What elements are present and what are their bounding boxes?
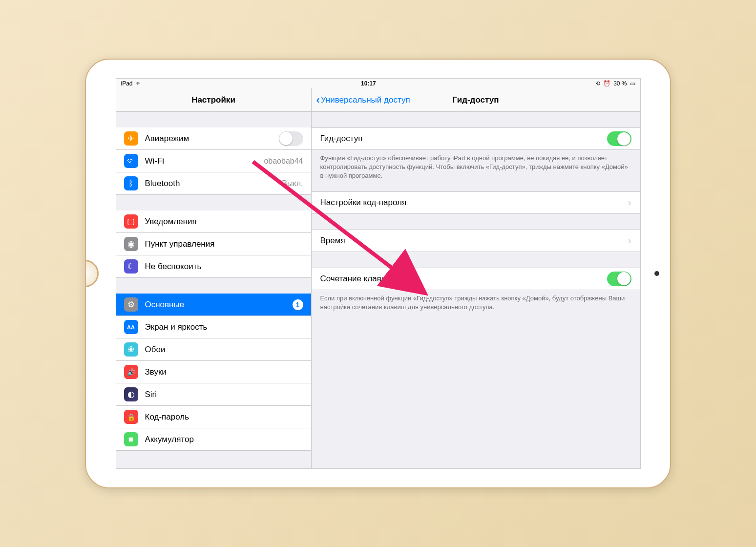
- front-camera: [654, 271, 659, 276]
- settings-sidebar: Настройки ✈ Авиарежим ᯤ Wi-Fi obaobab44 …: [116, 88, 312, 468]
- speaker-icon: 🔊: [124, 365, 138, 379]
- siri-icon: ◐: [124, 387, 138, 401]
- airplane-icon: ✈: [124, 131, 138, 146]
- status-bar: iPad ᯤ 10:17 ⟲ ⏰ 30 % ▭: [116, 79, 640, 88]
- sidebar-item-airplane[interactable]: ✈ Авиарежим: [116, 127, 311, 150]
- lock-icon: 🔒: [124, 410, 138, 424]
- guided-access-row[interactable]: Гид-доступ: [312, 127, 640, 150]
- chevron-right-icon: ›: [628, 197, 631, 208]
- badge: 1: [293, 299, 303, 310]
- ipad-frame: iPad ᯤ 10:17 ⟲ ⏰ 30 % ▭ Настройки ✈ Авиа…: [85, 59, 671, 488]
- gear-icon: ⚙: [124, 297, 138, 312]
- shortcut-toggle[interactable]: [607, 272, 631, 286]
- notifications-icon: ▢: [124, 214, 138, 229]
- sidebar-item-general[interactable]: ⚙ Основные 1: [116, 294, 311, 316]
- guided-access-toggle[interactable]: [607, 131, 631, 146]
- sidebar-item-notifications[interactable]: ▢ Уведомления: [116, 210, 311, 233]
- alarm-icon: ⏰: [603, 80, 610, 87]
- sidebar-item-bluetooth[interactable]: ᛒ Bluetooth Выкл.: [116, 172, 311, 195]
- home-button[interactable]: [85, 260, 99, 287]
- sidebar-item-control-center[interactable]: ◉ Пункт управления: [116, 233, 311, 255]
- sidebar-title: Настройки: [116, 88, 311, 112]
- chevron-right-icon: ›: [628, 235, 631, 246]
- back-button[interactable]: ‹ Универсальный доступ: [316, 94, 410, 106]
- main-panel: ‹ Универсальный доступ Гид-доступ Гид-до…: [312, 88, 640, 468]
- device-label: iPad: [121, 80, 133, 87]
- orientation-lock-icon: ⟲: [595, 80, 600, 87]
- wallpaper-icon: ❀: [124, 342, 138, 357]
- sidebar-item-passcode[interactable]: 🔒 Код-пароль: [116, 406, 311, 428]
- shortcut-row[interactable]: Сочетание клавиш: [312, 268, 640, 290]
- battery-percent: 30 %: [613, 80, 627, 87]
- wifi-icon: ᯤ: [136, 80, 142, 87]
- guided-access-footer: Функция «Гид-доступ» обеспечивает работу…: [312, 150, 640, 185]
- display-icon: AA: [124, 320, 138, 334]
- sidebar-item-battery[interactable]: ■ Аккумулятор: [116, 428, 311, 451]
- moon-icon: ☾: [124, 259, 138, 274]
- chevron-left-icon: ‹: [316, 94, 320, 106]
- battery-icon: ■: [124, 432, 138, 446]
- battery-icon: ▭: [630, 80, 635, 87]
- status-time: 10:17: [361, 80, 376, 87]
- screen: iPad ᯤ 10:17 ⟲ ⏰ 30 % ▭ Настройки ✈ Авиа…: [116, 78, 641, 469]
- shortcut-footer: Если при включенной функции «Гид-доступ»…: [312, 290, 640, 316]
- passcode-settings-row[interactable]: Настройки код-пароля ›: [312, 191, 640, 214]
- sidebar-item-display[interactable]: AA Экран и яркость: [116, 316, 311, 338]
- sidebar-item-sounds[interactable]: 🔊 Звуки: [116, 361, 311, 383]
- sidebar-item-wallpaper[interactable]: ❀ Обои: [116, 338, 311, 361]
- time-row[interactable]: Время ›: [312, 230, 640, 252]
- control-center-icon: ◉: [124, 237, 138, 251]
- page-title: Гид-доступ: [453, 95, 499, 105]
- main-header: ‹ Универсальный доступ Гид-доступ: [312, 88, 640, 112]
- bluetooth-icon: ᛒ: [124, 176, 138, 190]
- airplane-toggle[interactable]: [279, 131, 303, 146]
- sidebar-item-dnd[interactable]: ☾ Не беспокоить: [116, 255, 311, 278]
- sidebar-item-wifi[interactable]: ᯤ Wi-Fi obaobab44: [116, 150, 311, 172]
- wifi-icon: ᯤ: [124, 154, 138, 168]
- sidebar-item-siri[interactable]: ◐ Siri: [116, 383, 311, 406]
